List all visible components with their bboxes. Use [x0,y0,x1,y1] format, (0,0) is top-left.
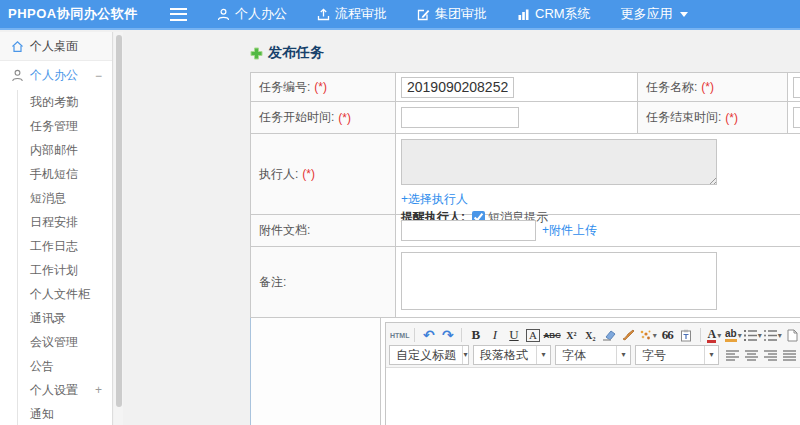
select-value: 自定义标题 [390,347,462,364]
align-justify-icon [783,350,796,361]
font-color-button[interactable]: A ▾ [706,327,723,344]
sidebar-item-contacts[interactable]: 通讯录 [0,306,112,330]
editor-toolbar: HTML ↶ ↷ B I U A ABC X² X₂ [386,323,800,368]
nav-label: 集团审批 [435,5,487,23]
end-time-input[interactable] [793,107,800,128]
sidebar-scrollbar[interactable] [114,32,123,425]
ordered-list-button[interactable]: ▾ [744,327,762,344]
end-time-cell [788,102,800,134]
html-source-button[interactable]: HTML [390,327,409,344]
sidebar-item-work-log[interactable]: 工作日志 [0,234,112,258]
sidebar-item-meeting[interactable]: 会议管理 [0,330,112,354]
executor-label: 执行人: (*) [251,134,396,215]
unordered-list-button[interactable]: ▾ [764,327,782,344]
bold-button[interactable]: B [467,327,484,344]
remark-textarea[interactable] [401,252,717,310]
ordered-list-icon [744,330,757,341]
strikethrough-button[interactable]: ABC [543,327,560,344]
task-no-input[interactable] [401,77,514,98]
unordered-list-icon [764,330,777,341]
nav-process-approval[interactable]: 流程审批 [317,5,387,23]
align-right-button[interactable] [762,347,779,364]
subscript-button[interactable]: X₂ [582,327,599,344]
required-mark: (*) [314,80,327,94]
paste-button[interactable] [678,327,695,344]
edit-square-icon [417,8,430,21]
attachment-input[interactable] [401,220,536,241]
brush-icon [621,329,635,341]
spray-format-button[interactable]: ▾ [639,327,657,344]
font-size-select[interactable]: 字号 ▾ [635,345,719,365]
chevron-down-icon: ▾ [704,346,718,364]
sidebar-submenu: 我的考勤 任务管理 内部邮件 手机短信 短消息 日程安排 工作日志 工作计划 个… [0,90,112,425]
editor-content-area[interactable] [386,368,800,425]
select-value: 段落格式 [474,347,536,364]
sidebar-item-internal-mail[interactable]: 内部邮件 [0,138,112,162]
page-title: 发布任务 [250,44,324,62]
sidebar-item-schedule[interactable]: 日程安排 [0,210,112,234]
heading-style-select[interactable]: 自定义标题 ▾ [389,345,469,365]
sidebar-item-sms[interactable]: 手机短信 [0,162,112,186]
editor-cell: HTML ↶ ↷ B I U A ABC X² X₂ [381,318,800,425]
redo-button[interactable]: ↷ [439,327,456,344]
paragraph-format-select[interactable]: 段落格式 ▾ [473,345,551,365]
collapse-minus-icon[interactable]: − [95,69,102,83]
hamburger-menu-icon[interactable] [170,8,187,21]
nav-more-apps[interactable]: 更多应用 [621,5,688,23]
scrollbar-thumb[interactable] [116,35,122,407]
sidebar-item-label: 个人桌面 [30,38,78,55]
superscript-button[interactable]: X² [563,327,580,344]
new-document-button[interactable] [784,327,800,344]
sidebar-item-personal-settings[interactable]: 个人设置 + [0,378,112,402]
italic-button[interactable]: I [486,327,503,344]
nav-group-approval[interactable]: 集团审批 [417,5,487,23]
font-family-select[interactable]: 字体 ▾ [555,345,631,365]
task-name-input[interactable] [793,77,800,98]
blockquote-button[interactable]: 66 [659,327,676,344]
nav-label: 流程审批 [335,5,387,23]
align-center-button[interactable] [743,347,760,364]
eraser-button[interactable] [601,327,618,344]
select-executor-link[interactable]: +选择执行人 [401,192,468,206]
nav-personal-office[interactable]: 个人办公 [217,5,287,23]
sidebar-item-desktop[interactable]: 个人桌面 [0,32,112,61]
top-bar: PHPOA协同办公软件 个人办公 流程审批 集团审批 CRM系统 更多应用 [0,0,800,30]
sidebar-item-announcement[interactable]: 公告 [0,354,112,378]
underline-button[interactable]: U [505,327,522,344]
sidebar-section-personal-office[interactable]: 个人办公 − [0,61,112,90]
rich-text-editor: HTML ↶ ↷ B I U A ABC X² X₂ [385,322,800,425]
publish-task-form: 任务编号: (*) 任务名称: (*) 任务开始时间: (*) 任务结束时间: … [250,72,800,425]
align-left-button[interactable] [724,347,741,364]
select-value: 字号 [636,347,704,364]
align-center-icon [745,350,758,361]
task-name-label: 任务名称: (*) [638,73,788,102]
nav-crm-system[interactable]: CRM系统 [517,5,591,23]
start-time-input[interactable] [401,107,519,128]
char-style-button[interactable]: A [526,329,540,342]
document-icon [787,329,798,342]
sidebar-item-work-plan[interactable]: 工作计划 [0,258,112,282]
sidebar-item-short-message[interactable]: 短消息 [0,186,112,210]
sidebar-item-task-management[interactable]: 任务管理 [0,114,112,138]
label-text: 任务名称: [646,79,697,96]
nav-label: 更多应用 [621,5,673,23]
remark-label: 备注: [251,247,396,318]
attachment-upload-link[interactable]: +附件上传 [542,222,597,239]
undo-button[interactable]: ↶ [420,327,437,344]
chevron-down-icon: ▾ [778,331,782,340]
expand-plus-icon[interactable]: + [95,378,102,402]
sidebar-item-file-cabinet[interactable]: 个人文件柜 [0,282,112,306]
executor-textarea[interactable] [401,139,717,185]
align-justify-button[interactable] [781,347,798,364]
highlight-button[interactable]: ab ▾ [725,327,742,344]
user-outline-icon [11,69,24,82]
executor-cell: +选择执行人 提醒执行人: 短消息提示 [396,134,800,215]
sidebar: 个人桌面 个人办公 − 我的考勤 任务管理 内部邮件 手机短信 短消息 日程安排… [0,32,113,425]
align-left-icon [726,350,739,361]
form-row-remark: 备注: [251,247,800,318]
sidebar-item-attendance[interactable]: 我的考勤 [0,90,112,114]
sidebar-item-notice[interactable]: 通知 [0,402,112,425]
sidebar-item-label: 个人设置 [30,383,78,397]
start-time-label: 任务开始时间: (*) [251,102,396,134]
format-brush-button[interactable] [620,327,637,344]
